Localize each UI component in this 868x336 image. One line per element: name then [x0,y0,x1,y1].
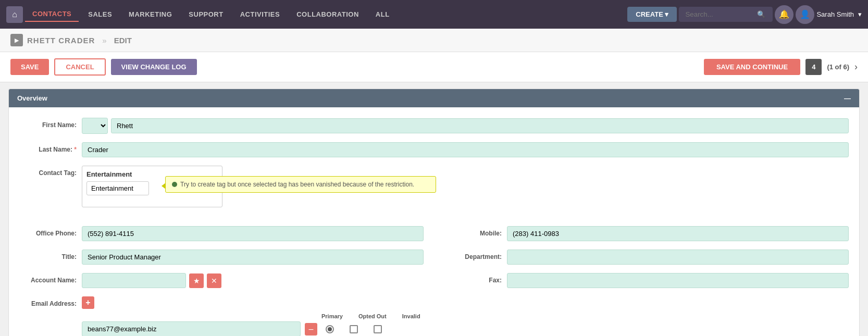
office-phone-input[interactable] [82,226,424,241]
last-name-row: Last Name: * [19,142,849,157]
phone-row: Office Phone: Mobile: [19,226,849,241]
last-name-label: Last Name: * [19,142,77,153]
nav-item-sales[interactable]: SALES [81,7,119,21]
remove-email-button-1[interactable]: – [305,323,317,335]
email-1-opted-out-checkbox[interactable] [350,325,358,333]
sidebar-toggle[interactable]: ▶ [10,34,23,46]
user-dropdown-icon: ▾ [858,10,862,18]
section-title-overview: Overview [17,94,47,102]
search-input[interactable] [685,10,753,18]
email-address-label: Email Address: [19,296,77,307]
mobile-label: Mobile: [444,226,502,237]
contact-tag-row: Contact Tag: Entertainment Try to create… [19,166,849,218]
title-label: Title: [19,250,77,260]
email-address-group: Email Address: + Primary Opted [19,296,849,336]
office-phone-label: Office Phone: [19,226,77,237]
overview-section: Overview — First Name: Mr. Ms. Dr. [8,89,860,336]
section-header-overview: Overview — [9,89,859,107]
contact-tag-field: Entertainment Try to create tag but once… [82,166,849,207]
email-1-invalid-checkbox[interactable] [374,325,382,333]
action-bar: SAVE CANCEL VIEW CHANGE LOG SAVE AND CON… [0,52,868,82]
office-phone-group: Office Phone: [19,226,424,241]
add-email-button[interactable]: + [82,296,94,309]
account-fax-row: Account Name: ★ ✕ Fax: [19,273,849,288]
fax-group: Fax: [444,273,849,288]
fax-input[interactable] [507,273,849,288]
tooltip-dot-icon [172,182,177,187]
first-name-group: First Name: Mr. Ms. Dr. [19,118,849,134]
mobile-group: Mobile: [444,226,849,241]
nav-item-collaboration[interactable]: COLLABORATION [289,7,366,21]
create-button[interactable]: CREATE ▾ [627,7,677,22]
nav-item-all[interactable]: ALL [368,7,397,21]
collapse-icon[interactable]: — [844,94,851,102]
breadcrumb-page: EDIT [114,36,132,45]
notifications-icon[interactable]: 🔔 [775,5,793,24]
first-name-label: First Name: [19,118,77,129]
home-icon[interactable]: ⌂ [6,6,23,23]
nav-item-support[interactable]: SUPPORT [181,7,230,21]
view-change-log-button[interactable]: VIEW CHANGE LOG [111,59,197,75]
section-body-overview: First Name: Mr. Ms. Dr. [9,107,859,336]
sub-header: ▶ RHETT CRADER » EDIT [0,29,868,52]
tag-input[interactable] [86,181,149,195]
department-input[interactable] [507,250,849,265]
last-name-group: Last Name: * [19,142,849,157]
search-box[interactable]: 🔍 [679,7,773,22]
first-name-input[interactable] [111,118,849,133]
cancel-button[interactable]: CANCEL [54,58,105,76]
email-address-row: Email Address: + Primary Opted [19,296,849,336]
email-col-invalid-header: Invalid [402,313,420,319]
department-label: Department: [444,250,502,260]
email-1-primary-radio[interactable] [326,325,334,333]
account-clear-button[interactable]: ✕ [207,273,221,288]
user-avatar-icon[interactable]: 👤 [796,5,814,24]
page-number-button[interactable]: 4 [805,59,822,75]
account-select-button[interactable]: ★ [189,273,204,288]
last-name-input[interactable] [82,142,849,157]
nav-item-contacts[interactable]: CONTACTS [25,7,79,22]
contact-tag-group: Contact Tag: Entertainment Try to create… [19,166,849,207]
tooltip-text: Try to create tag but once selected tag … [180,181,414,188]
salutation-select[interactable]: Mr. Ms. Dr. [82,118,108,134]
pagination-info: (1 of 6) [827,63,849,71]
save-button[interactable]: SAVE [10,59,49,75]
save-and-continue-button[interactable]: SAVE AND CONTINUE [704,59,800,75]
email-col-primary-header: Primary [321,313,343,319]
account-name-group: Account Name: ★ ✕ [19,273,424,288]
email-row-1: – [82,321,849,336]
top-navigation: ⌂ CONTACTS SALES MARKETING SUPPORT ACTIV… [0,0,868,29]
account-name-input[interactable] [82,273,186,288]
department-group: Department: [444,250,849,265]
first-name-row: First Name: Mr. Ms. Dr. [19,118,849,134]
user-menu[interactable]: Sarah Smith ▾ [816,10,862,18]
contact-tag-label: Contact Tag: [19,166,77,177]
user-name: Sarah Smith [816,10,854,18]
tag-tooltip: Try to create tag but once selected tag … [165,176,436,193]
email-1-flags [326,325,382,333]
title-dept-row: Title: Department: [19,250,849,265]
breadcrumb-contact-name: RHETT CRADER [27,36,95,45]
nav-item-marketing[interactable]: MARKETING [121,7,179,21]
breadcrumb-separator: » [102,36,106,45]
fax-label: Fax: [444,273,502,284]
email-address-field: + Primary Opted Out [82,296,849,336]
last-name-field [82,142,849,157]
nav-item-activities[interactable]: ACTIVITIES [233,7,288,21]
first-name-field: Mr. Ms. Dr. [82,118,849,134]
title-input[interactable] [82,250,424,265]
account-name-label: Account Name: [19,273,77,284]
title-group: Title: [19,250,424,265]
mobile-input[interactable] [507,226,849,241]
email-col-opted-out-header: Opted Out [358,313,387,319]
email-input-1[interactable] [82,321,301,336]
next-page-button[interactable]: › [854,61,858,72]
search-icon: 🔍 [757,10,765,18]
